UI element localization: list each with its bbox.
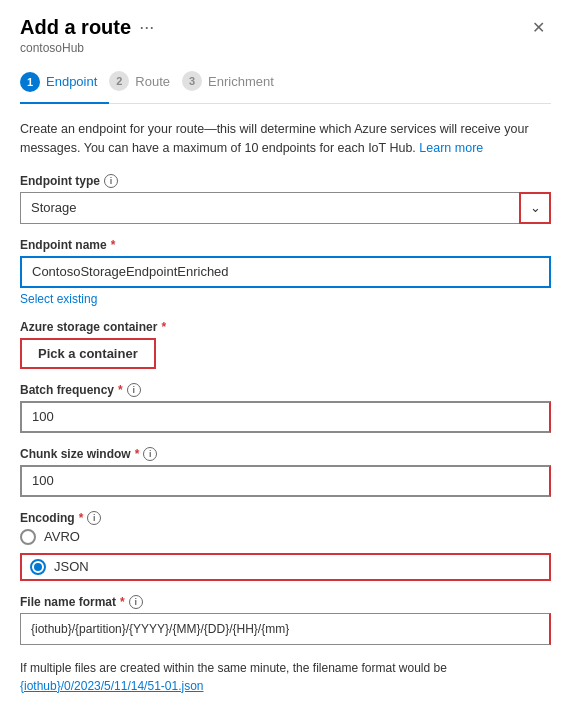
endpoint-name-field: Endpoint name * Select existing [20,238,551,306]
filename-format-label: File name format * i [20,595,551,609]
endpoint-type-select[interactable]: Storage [20,192,551,224]
step-1-circle: 1 [20,72,40,92]
filename-format-info-icon[interactable]: i [129,595,143,609]
batch-frequency-info-icon[interactable]: i [127,383,141,397]
chunk-size-field: Chunk size window * i [20,447,551,497]
encoding-json-item[interactable]: JSON [20,553,551,581]
encoding-avro-item[interactable]: AVRO [20,529,551,545]
select-existing-link[interactable]: Select existing [20,292,97,306]
chunk-size-info-icon[interactable]: i [143,447,157,461]
step-3-circle: 3 [182,71,202,91]
chunk-size-label: Chunk size window * i [20,447,551,461]
step-1-label: Endpoint [46,74,97,89]
add-route-panel: Add a route ··· ✕ contosoHub 1 Endpoint … [0,0,571,721]
encoding-required: * [79,511,84,525]
encoding-field: Encoding * i AVRO JSON [20,511,551,581]
filename-format-field: File name format * i [20,595,551,645]
step-3-label: Enrichment [208,74,274,89]
azure-container-required: * [161,320,166,334]
batch-frequency-label: Batch frequency * i [20,383,551,397]
step-route[interactable]: 2 Route [109,67,182,95]
chunk-size-required: * [135,447,140,461]
endpoint-type-info-icon[interactable]: i [104,174,118,188]
more-options-icon[interactable]: ··· [139,17,154,38]
panel-header: Add a route ··· ✕ [20,16,551,39]
encoding-radio-group: AVRO JSON [20,529,551,581]
azure-container-field: Azure storage container * Pick a contain… [20,320,551,369]
title-row: Add a route ··· [20,16,154,39]
footer-text: If multiple files are created within the… [20,659,551,695]
step-2-circle: 2 [109,71,129,91]
footer-example-link[interactable]: {iothub}/0/2023/5/11/14/51-01.json [20,679,204,693]
azure-container-label: Azure storage container * [20,320,551,334]
encoding-avro-radio[interactable] [20,529,36,545]
steps-nav: 1 Endpoint 2 Route 3 Enrichment [20,67,551,104]
panel-title: Add a route [20,16,131,39]
encoding-json-label: JSON [54,559,89,574]
encoding-avro-label: AVRO [44,529,80,544]
encoding-info-icon[interactable]: i [87,511,101,525]
step-enrichment[interactable]: 3 Enrichment [182,67,286,95]
endpoint-type-select-wrapper: Storage ⌄ [20,192,551,224]
batch-frequency-field: Batch frequency * i [20,383,551,433]
endpoint-name-input[interactable] [20,256,551,288]
filename-format-required: * [120,595,125,609]
endpoint-name-label: Endpoint name * [20,238,551,252]
chunk-size-input[interactable] [20,465,551,497]
endpoint-name-required: * [111,238,116,252]
encoding-label: Encoding * i [20,511,551,525]
endpoint-type-label: Endpoint type i [20,174,551,188]
endpoint-type-field: Endpoint type i Storage ⌄ [20,174,551,224]
close-button[interactable]: ✕ [526,16,551,39]
panel-subtitle: contosoHub [20,41,551,55]
pick-container-button[interactable]: Pick a container [20,338,156,369]
description-text: Create an endpoint for your route—this w… [20,120,551,158]
step-endpoint[interactable]: 1 Endpoint [20,68,109,104]
learn-more-link[interactable]: Learn more [419,141,483,155]
batch-frequency-required: * [118,383,123,397]
batch-frequency-input[interactable] [20,401,551,433]
encoding-json-radio[interactable] [30,559,46,575]
filename-format-input[interactable] [20,613,551,645]
step-2-label: Route [135,74,170,89]
